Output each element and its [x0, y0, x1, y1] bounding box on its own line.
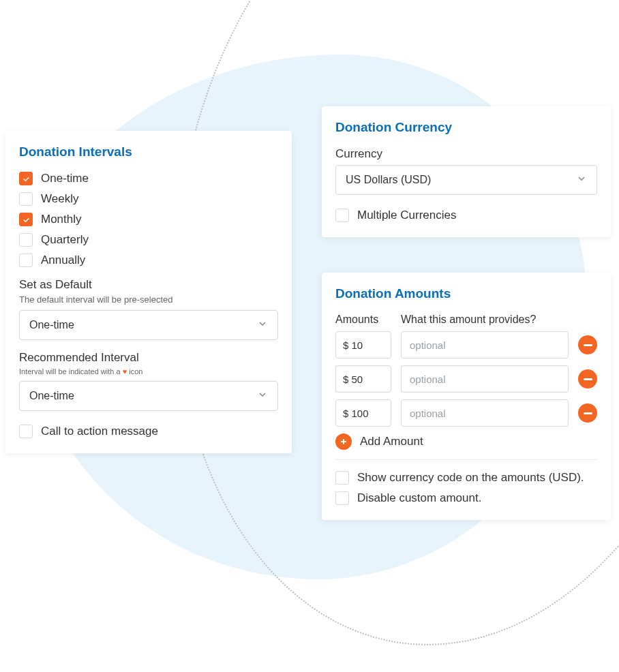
interval-option-row[interactable]: Quarterly [19, 233, 278, 247]
checkbox-icon [19, 425, 33, 438]
cta-checkbox-label: Call to action message [41, 425, 158, 438]
divider [335, 459, 597, 460]
set-default-label: Set as Default [19, 278, 278, 292]
amount-input[interactable] [335, 399, 391, 427]
multiple-currencies-checkbox-row[interactable]: Multiple Currencies [335, 209, 597, 222]
checkbox-icon [19, 233, 33, 247]
recommended-interval-value: One-time [29, 390, 74, 402]
currency-select[interactable]: US Dollars (USD) [335, 165, 597, 195]
checkbox-icon [335, 471, 349, 485]
amount-description-input[interactable] [401, 365, 569, 393]
recommended-label: Recommended Interval [19, 351, 278, 365]
remove-amount-button[interactable] [578, 403, 597, 423]
disable-custom-amount-label: Disable custom amount. [357, 491, 481, 505]
checkbox-icon [19, 192, 33, 206]
interval-option-row[interactable]: Annually [19, 254, 278, 267]
default-interval-select[interactable]: One-time [19, 310, 278, 340]
recommended-help: Interval will be indicated with a ♥ icon [19, 367, 278, 376]
checkbox-icon [335, 491, 349, 505]
interval-option-label: Annually [41, 254, 85, 267]
amounts-column-header: Amounts [335, 314, 391, 326]
chevron-down-icon [576, 173, 587, 187]
amount-description-input[interactable] [401, 399, 569, 427]
interval-option-label: One-time [41, 172, 89, 185]
donation-intervals-card: Donation Intervals One-timeWeeklyMonthly… [5, 131, 292, 453]
donation-currency-card: Donation Currency Currency US Dollars (U… [322, 106, 611, 237]
add-amount-button[interactable]: Add Amount [335, 433, 597, 450]
checkbox-icon [19, 172, 33, 185]
card-title-amounts: Donation Amounts [335, 286, 597, 301]
default-interval-value: One-time [29, 319, 74, 331]
show-currency-code-label: Show currency code on the amounts (USD). [357, 471, 584, 485]
amount-row [335, 331, 597, 358]
chevron-down-icon [257, 318, 268, 332]
minus-icon [584, 412, 592, 414]
amount-input[interactable] [335, 365, 391, 393]
checkbox-icon [335, 209, 349, 222]
amount-row [335, 399, 597, 427]
set-default-help: The default interval will be pre-selecte… [19, 294, 278, 305]
disable-custom-amount-checkbox-row[interactable]: Disable custom amount. [335, 491, 597, 505]
add-amount-label: Add Amount [360, 435, 423, 448]
minus-icon [584, 344, 592, 346]
interval-option-label: Quarterly [41, 233, 89, 247]
checkbox-icon [19, 213, 33, 226]
interval-option-label: Weekly [41, 192, 78, 206]
card-title-intervals: Donation Intervals [19, 144, 278, 159]
remove-amount-button[interactable] [578, 369, 597, 388]
minus-icon [584, 378, 592, 380]
currency-field-label: Currency [335, 147, 597, 161]
interval-option-row[interactable]: Weekly [19, 192, 278, 206]
plus-icon [335, 433, 352, 450]
interval-option-row[interactable]: One-time [19, 172, 278, 185]
donation-amounts-card: Donation Amounts Amounts What this amoun… [322, 273, 611, 520]
amount-row [335, 365, 597, 393]
interval-option-label: Monthly [41, 213, 82, 226]
card-title-currency: Donation Currency [335, 120, 597, 135]
heart-icon: ♥ [123, 367, 127, 376]
interval-option-row[interactable]: Monthly [19, 213, 278, 226]
provides-column-header: What this amount provides? [401, 314, 597, 326]
currency-value: US Dollars (USD) [346, 174, 431, 186]
cta-checkbox-row[interactable]: Call to action message [19, 425, 278, 438]
amount-description-input[interactable] [401, 331, 569, 358]
amount-input[interactable] [335, 331, 391, 358]
recommended-interval-select[interactable]: One-time [19, 381, 278, 411]
chevron-down-icon [257, 389, 268, 403]
multiple-currencies-label: Multiple Currencies [357, 209, 457, 222]
checkbox-icon [19, 254, 33, 267]
show-currency-code-checkbox-row[interactable]: Show currency code on the amounts (USD). [335, 471, 597, 485]
remove-amount-button[interactable] [578, 335, 597, 354]
